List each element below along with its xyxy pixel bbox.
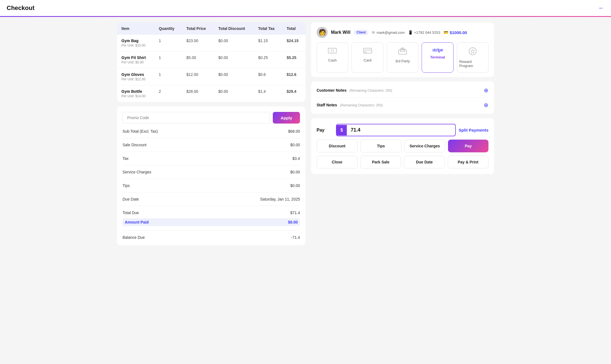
notes-card: Customer Notes (Remaining Characters: 25… (311, 81, 494, 114)
staff-notes-label-group: Staff Notes (Remaining Characters: 250) (317, 102, 383, 107)
client-phone-item: 📱 +1792 044 5253 (408, 30, 440, 35)
service-charges-row: Service Charges $0.00 (123, 170, 300, 174)
item-total: $5.25 (282, 52, 306, 68)
customer-notes-row: Customer Notes (Remaining Characters: 25… (317, 87, 488, 94)
payment-method-cash[interactable]: Cash (317, 42, 348, 73)
client-wallet-item: 💳 $1000.00 (444, 30, 467, 35)
payment-method-card[interactable]: Card (352, 42, 383, 73)
item-total-price: $23.00 (182, 35, 214, 52)
client-email-item: ✉ mark@gmail.com (372, 30, 404, 35)
reward_program-label: Reward Program (459, 60, 486, 68)
item-unit-price: Per Unit: $12.00 (121, 77, 150, 81)
item-total-tax: $1.4 (254, 85, 282, 102)
balance-due-row: Balance Due -71.4 (123, 235, 300, 240)
item-total-discount: $0.00 (214, 68, 254, 85)
pay-amount-input[interactable] (347, 124, 375, 136)
item-quantity: 1 (154, 52, 182, 68)
service_charges-button[interactable]: Service Charges (404, 140, 445, 152)
discount-button[interactable]: Discount (317, 140, 358, 152)
client-email: mark@gmail.com (376, 30, 404, 35)
cash-icon (328, 47, 337, 56)
payment-methods: Cash Card 3rd Party stripe Terminal (317, 42, 488, 73)
payment-method-reward_program[interactable]: Reward Program (457, 42, 488, 73)
col-quantity: Quantity (154, 22, 182, 35)
item-name: Gym Bag (121, 39, 150, 43)
customer-notes-hint: (Remaining Characters: 250) (350, 89, 392, 93)
service-charges-value: $0.00 (290, 170, 300, 174)
balance-due-label: Balance Due (123, 235, 145, 240)
back-button[interactable]: ← (598, 4, 604, 12)
reward_program-icon (469, 47, 477, 57)
due_date-button[interactable]: Due Date (404, 156, 445, 168)
amount-paid-value: $0.00 (288, 220, 298, 224)
promo-input[interactable] (123, 112, 270, 124)
table-row: Gym Bottle Per Unit: $14.00 2 $28.00 $0.… (117, 85, 306, 102)
balance-due-value: -71.4 (291, 235, 300, 240)
item-total: $12.6 (282, 68, 306, 85)
svg-rect-8 (400, 49, 405, 52)
svg-rect-0 (328, 48, 337, 53)
svg-marker-11 (470, 49, 475, 53)
item-total-tax: $0.6 (254, 68, 282, 85)
split-payments-button[interactable]: Split Payments (459, 128, 488, 132)
item-name: Gym Fit Shirt (121, 55, 150, 60)
wallet-icon: 💳 (444, 30, 448, 35)
items-table: Item Quantity Total Price Total Discount… (117, 22, 306, 102)
promo-summary-card: Apply Sub Total (Excl. Tax) $68.00 Sale … (117, 106, 306, 245)
close-button[interactable]: Close (317, 156, 358, 168)
add-customer-note-icon[interactable]: ⊕ (484, 87, 488, 94)
main-layout: Item Quantity Total Price Total Discount… (111, 17, 500, 251)
tax-label: Tax (123, 156, 129, 161)
currency-symbol: $ (337, 125, 347, 135)
item-unit-price: Per Unit: $23.00 (121, 43, 150, 47)
app-header: Checkout ← (0, 0, 611, 17)
staff-notes-hint: (Remaining Characters: 250) (340, 103, 383, 107)
phone-icon: 📱 (408, 30, 413, 35)
pay-input-group: $ (336, 124, 456, 136)
email-icon: ✉ (372, 30, 375, 35)
service-charges-label: Service Charges (123, 170, 151, 174)
park_sale-button[interactable]: Park Sale (360, 156, 401, 168)
svg-rect-3 (328, 52, 337, 52)
client-header: 🧑 Mark Will Client ✉ mark@gmail.com 📱 +1… (317, 27, 488, 38)
subtotal-row: Sub Total (Excl. Tax) $68.00 (123, 129, 300, 134)
right-panel: 🧑 Mark Will Client ✉ mark@gmail.com 📱 +1… (311, 22, 494, 245)
item-name: Gym Gloves (121, 72, 150, 77)
due-date-row: Due Date Saturday, Jan 11, 2025 (123, 197, 300, 201)
item-quantity: 1 (154, 68, 182, 85)
tax-value: $3.4 (292, 156, 300, 161)
client-badge: Client (354, 30, 368, 35)
item-total-price: $28.00 (182, 85, 214, 102)
col-item: Item (117, 22, 154, 35)
col-total-discount: Total Discount (214, 22, 254, 35)
card-icon (363, 47, 372, 56)
item-unit-price: Per Unit: $14.00 (121, 94, 150, 98)
tips-button[interactable]: Tips (360, 140, 401, 152)
summary-rows: Sub Total (Excl. Tax) $68.00 Sale Discou… (123, 129, 300, 240)
svg-rect-7 (399, 50, 406, 54)
sale-discount-label: Sale Discount (123, 143, 146, 147)
client-phone: +1792 044 5253 (414, 30, 440, 35)
cash-label: Cash (328, 58, 337, 62)
pay-button[interactable]: Pay (448, 140, 488, 152)
pay-section: Pay $ Split Payments DiscountTipsService… (311, 118, 494, 174)
item-total-tax: $1.15 (254, 35, 282, 52)
item-total-tax: $0.25 (254, 52, 282, 68)
action-buttons-row-1: DiscountTipsService ChargesPay (317, 140, 488, 152)
customer-notes-label: Customer Notes (317, 88, 347, 93)
payment-method-third_party[interactable]: 3rd Party (387, 42, 418, 73)
table-row: Gym Fit Shirt Per Unit: $5.00 1 $5.00 $0… (117, 52, 306, 68)
add-staff-note-icon[interactable]: ⊕ (484, 102, 488, 108)
tips-value: $0.00 (290, 183, 300, 188)
item-total-price: $12.00 (182, 68, 214, 85)
svg-point-1 (331, 50, 333, 52)
item-total: $24.15 (282, 35, 306, 52)
total-due-label: Total Due (123, 211, 139, 215)
item-name: Gym Bottle (121, 89, 150, 94)
sale-discount-row: Sale Discount $0.00 (123, 143, 300, 147)
left-panel: Item Quantity Total Price Total Discount… (117, 22, 306, 245)
payment-method-terminal[interactable]: stripe Terminal (422, 42, 453, 73)
apply-button[interactable]: Apply (273, 112, 300, 124)
tips-row: Tips $0.00 (123, 183, 300, 188)
pay_print-button[interactable]: Pay & Print (448, 156, 489, 168)
